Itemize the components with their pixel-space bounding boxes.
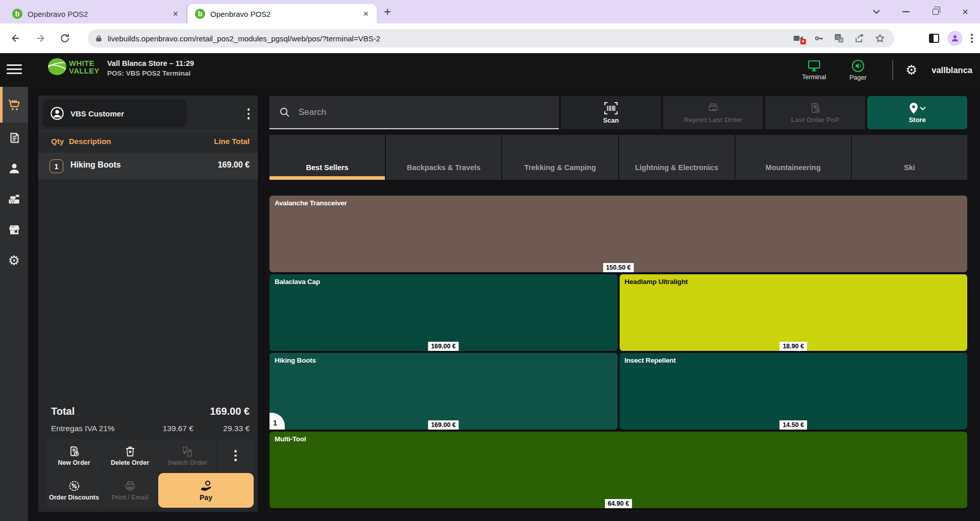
openbravo-favicon-icon: b [195, 9, 205, 19]
sidebar-item-customers[interactable] [0, 153, 28, 184]
forward-button[interactable] [32, 30, 49, 47]
store-selector-button[interactable]: Store [867, 96, 967, 129]
sidebar-item-cash-register[interactable] [0, 184, 28, 215]
more-order-actions-kebab[interactable] [217, 439, 254, 472]
delete-order-button[interactable]: Delete Order [103, 439, 157, 472]
scan-button[interactable]: Scan [561, 96, 661, 129]
pager-button[interactable]: Pager [836, 59, 880, 81]
switch-order-button[interactable]: Switch Order [158, 439, 216, 472]
customer-selector[interactable]: VBS Customer [43, 100, 187, 127]
order-menu-kebab-icon[interactable] [246, 106, 252, 122]
username[interactable]: vallblanca [932, 65, 972, 75]
new-order-icon [68, 445, 80, 458]
profile-avatar[interactable] [947, 31, 963, 46]
sidebar-item-settings[interactable]: ⚙ [0, 245, 28, 276]
translate-icon[interactable]: Ga [834, 33, 844, 43]
discount-badge-icon [68, 480, 81, 492]
url-bar[interactable]: livebuilds.openbravo.com/retail_pos2_mod… [88, 29, 894, 48]
pay-button[interactable]: Pay [158, 473, 254, 508]
url-text: livebuilds.openbravo.com/retail_pos2_mod… [108, 34, 793, 43]
reprint-printer-icon [706, 102, 720, 114]
camera-blocked-icon[interactable]: × [793, 34, 803, 42]
app-header: WHITEVALLEY Vall Blanca Store – 11:29 PO… [0, 53, 980, 87]
tab-lightning-electronics[interactable]: Lightning & Electronics [619, 135, 734, 180]
order-actions: New Order Delete Order Switch Order [46, 439, 254, 508]
order-totals: Total 169.00 € Entregas IVA 21% 139.67 €… [38, 404, 258, 437]
bookmark-star-icon[interactable] [875, 33, 885, 43]
sidebar-item-sales-cart[interactable] [0, 87, 28, 123]
barcode-scan-icon [604, 102, 618, 115]
pos-app: WHITEVALLEY Vall Blanca Store – 11:29 PO… [0, 53, 980, 521]
screen: b Openbravo POS2 × b Openbravo POS2 × + … [0, 0, 980, 521]
product-tile-avalanche-transceiver[interactable]: Avalanche Transceiver 150.50 € [270, 196, 967, 272]
col-description: Description [69, 137, 111, 146]
price-tag: 64.90 € [605, 499, 632, 508]
product-grid: Avalanche Transceiver 150.50 € Balaclava… [270, 196, 967, 508]
browser-tab-strip: b Openbravo POS2 × b Openbravo POS2 × + … [0, 0, 980, 23]
tab-search-chevron-icon[interactable] [862, 0, 891, 23]
sidebar: ⚙ [0, 87, 28, 521]
product-tile-headlamp-ultralight[interactable]: Headlamp Ultralight 18.90 € [620, 274, 968, 351]
share-icon[interactable] [854, 33, 865, 43]
map-pin-icon [909, 102, 919, 114]
store-info: Vall Blanca Store – 11:29 POS: VBS POS2 … [107, 59, 194, 77]
browser-toolbar: livebuilds.openbravo.com/retail_pos2_mod… [0, 23, 980, 53]
search-input[interactable] [299, 107, 550, 117]
product-tile-multi-tool[interactable]: Multi-Tool 64.90 € [270, 432, 967, 508]
key-icon[interactable] [814, 33, 824, 43]
openbravo-favicon-icon: b [12, 9, 22, 19]
product-tile-hiking-boots[interactable]: Hiking Boots 1 169.00 € [270, 353, 618, 430]
back-button[interactable] [7, 30, 24, 47]
hamburger-menu-icon[interactable] [7, 64, 22, 74]
order-line[interactable]: 1 Hiking Boots 169.00 € [38, 153, 258, 179]
price-tag: 169.00 € [428, 420, 459, 430]
price-tag: 150.50 € [603, 263, 634, 272]
terminal-button[interactable]: Terminal [792, 60, 836, 81]
col-qty: Qty [51, 137, 64, 146]
price-tag: 18.90 € [779, 342, 807, 351]
product-tile-balaclava-cap[interactable]: Balaclava Cap 169.00 € [270, 274, 618, 351]
browser-tab-2-active[interactable]: b Openbravo POS2 × [188, 4, 377, 23]
sidebar-item-orders-journal[interactable] [0, 123, 28, 153]
minimize-button[interactable] [891, 0, 921, 23]
line-qty-badge: 1 [50, 159, 63, 173]
tab-close-icon[interactable]: × [172, 9, 179, 19]
side-panel-icon[interactable] [929, 34, 939, 43]
settings-gear-icon[interactable]: ⚙ [905, 63, 917, 77]
pay-coin-hand-icon [200, 480, 213, 492]
tax-amount: 29.33 € [223, 424, 250, 433]
order-columns-header: Qty Description Line Total [38, 131, 258, 152]
close-window-button[interactable]: × [950, 0, 980, 23]
browser-tab-1[interactable]: b Openbravo POS2 × [5, 4, 187, 23]
category-tabs: Best Sellers Backpacks & Travels Trekkin… [270, 135, 967, 180]
reload-button[interactable] [56, 30, 74, 47]
reprint-last-order-button[interactable]: Reprint Last Order [663, 96, 763, 129]
restore-button[interactable] [921, 0, 950, 23]
sidebar-item-store[interactable] [0, 215, 28, 245]
print-email-button[interactable]: Print / Email [103, 473, 157, 508]
last-order-pop-button[interactable]: Last Order PoP [765, 96, 865, 129]
customer-row: VBS Customer [38, 96, 258, 131]
store-name-time: Vall Blanca Store – 11:29 [107, 59, 194, 67]
tab-ski[interactable]: Ski [852, 135, 967, 180]
tab-title: Openbravo POS2 [28, 10, 166, 18]
catalog-toolbar: Scan Reprint Last Order Last Order PoP [270, 96, 967, 129]
browser-menu-icon[interactable] [971, 34, 973, 43]
tab-best-sellers[interactable]: Best Sellers [270, 135, 385, 180]
line-total: 169.00 € [218, 160, 250, 170]
tab-backpacks-travels[interactable]: Backpacks & Travels [386, 135, 501, 180]
order-discounts-button[interactable]: Order Discounts [46, 473, 102, 508]
tab-close-icon[interactable]: × [362, 9, 370, 19]
total-label: Total [51, 406, 75, 417]
total-value: 169.00 € [210, 406, 250, 417]
logo-globe-icon [48, 58, 66, 75]
tab-mountaineering[interactable]: Mountaineering [736, 135, 851, 180]
tab-trekking-camping[interactable]: Trekking & Camping [502, 135, 618, 180]
new-order-button[interactable]: New Order [46, 439, 102, 472]
product-tile-insect-repellent[interactable]: Insect Repellent 14.50 € [620, 353, 968, 430]
search-field[interactable] [270, 96, 559, 129]
receipt-proof-icon [808, 102, 822, 114]
chevron-down-icon [920, 106, 926, 110]
delete-order-icon [124, 445, 136, 458]
new-tab-button[interactable]: + [384, 6, 391, 17]
